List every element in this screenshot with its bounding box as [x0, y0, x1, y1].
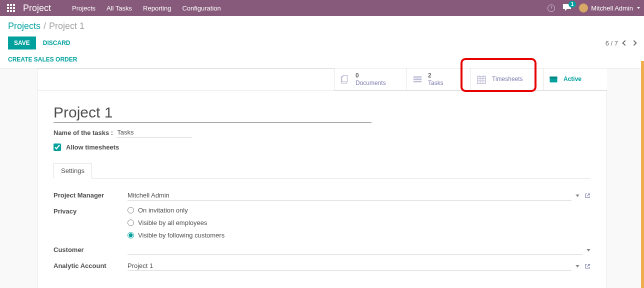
analytic-input[interactable]: [128, 261, 572, 271]
external-link-icon[interactable]: [584, 263, 590, 270]
tasks-count: 2: [428, 72, 444, 79]
dropdown-caret-icon[interactable]: [586, 249, 590, 252]
privacy-opt-customers[interactable]: Visible by following customers: [128, 232, 224, 239]
stat-active[interactable]: Active: [543, 68, 607, 90]
apps-icon[interactable]: [7, 4, 15, 12]
svg-rect-2: [414, 80, 422, 82]
analytic-label: Analytic Account: [54, 261, 128, 270]
discard-button[interactable]: DISCARD: [41, 36, 72, 50]
breadcrumb-parent[interactable]: Projects: [8, 21, 40, 32]
cp-bottom: CREATE SALES ORDER: [8, 50, 636, 68]
customer-label: Customer: [54, 245, 128, 254]
pager-prev-icon[interactable]: [622, 40, 628, 46]
chat-icon[interactable]: 1: [563, 4, 571, 12]
nav-reporting[interactable]: Reporting: [143, 4, 171, 12]
stat-timesheets[interactable]: Timesheets: [470, 68, 543, 90]
tabs: Settings: [54, 163, 590, 178]
allow-timesheets-row: Allow timesheets: [54, 144, 590, 151]
task-name-label: Name of the tasks :: [54, 129, 113, 136]
stat-documents[interactable]: 0 Documents: [334, 68, 406, 90]
pm-input[interactable]: [128, 190, 572, 200]
user-name: Mitchell Admin: [591, 4, 633, 12]
svg-rect-11: [550, 76, 558, 78]
edit-indicator-strip: [641, 61, 644, 288]
svg-rect-3: [478, 76, 486, 84]
clock-icon[interactable]: [548, 4, 555, 12]
docs-label: Documents: [356, 80, 386, 86]
svg-rect-1: [414, 78, 422, 80]
create-sales-order-button[interactable]: CREATE SALES ORDER: [8, 56, 77, 63]
task-name-row: Name of the tasks :: [54, 128, 590, 138]
active-label: Active: [564, 76, 582, 82]
nav-all-tasks[interactable]: All Tasks: [106, 4, 132, 12]
privacy-label: Privacy: [54, 206, 128, 215]
tab-settings[interactable]: Settings: [54, 163, 92, 178]
pager-next-icon[interactable]: [631, 40, 636, 46]
privacy-row: Privacy On invitation only Visible by al…: [54, 204, 590, 242]
customer-row: Customer: [54, 242, 590, 258]
cp-actions: SAVE DISCARD 6 / 7: [8, 36, 636, 50]
user-menu[interactable]: Mitchell Admin: [579, 4, 640, 12]
timesheets-label: Timesheets: [492, 76, 523, 82]
breadcrumb-sep: /: [44, 21, 46, 32]
privacy-opt-invitation[interactable]: On invitation only: [128, 206, 224, 214]
pager: 6 / 7: [606, 40, 636, 47]
tasks-label: Tasks: [428, 80, 444, 86]
external-link-icon[interactable]: [584, 192, 590, 199]
dropdown-caret-icon[interactable]: [576, 194, 580, 197]
app-brand[interactable]: Project: [23, 3, 51, 14]
stat-tasks[interactable]: 2 Tasks: [406, 68, 470, 90]
allow-timesheets-checkbox[interactable]: [54, 144, 61, 151]
analytic-row: Analytic Account: [54, 258, 590, 274]
svg-rect-0: [414, 76, 422, 78]
save-button[interactable]: SAVE: [8, 36, 36, 50]
settings-form: Project Manager Privacy On invitation o: [54, 188, 590, 274]
customer-input[interactable]: [128, 245, 582, 255]
task-name-input[interactable]: [117, 128, 192, 138]
pm-label: Project Manager: [54, 190, 128, 199]
sheet-bg: 0 Documents 2 Tasks Timesheets: [0, 68, 644, 288]
breadcrumb: Projects / Project 1: [8, 21, 636, 32]
nav-projects[interactable]: Projects: [72, 4, 96, 12]
allow-timesheets-label: Allow timesheets: [66, 144, 119, 151]
nav-configuration[interactable]: Configuration: [182, 4, 220, 12]
chat-badge: 1: [568, 1, 576, 8]
breadcrumb-current: Project 1: [49, 21, 84, 32]
caret-down-icon: [637, 7, 640, 9]
control-panel: Projects / Project 1 SAVE DISCARD 6 / 7 …: [0, 16, 644, 68]
docs-count: 0: [356, 72, 386, 79]
form-sheet: 0 Documents 2 Tasks Timesheets: [37, 68, 607, 288]
top-navbar: Project Projects All Tasks Reporting Con…: [0, 0, 644, 16]
privacy-radio-group: On invitation only Visible by all employ…: [128, 206, 224, 239]
stat-button-box: 0 Documents 2 Tasks Timesheets: [37, 68, 607, 91]
privacy-opt-employees[interactable]: Visible by all employees: [128, 219, 224, 226]
sheet-body: Name of the tasks : Allow timesheets Set…: [38, 91, 606, 286]
pm-row: Project Manager: [54, 188, 590, 204]
project-name-input[interactable]: [54, 103, 372, 122]
avatar: [579, 4, 588, 12]
dropdown-caret-icon[interactable]: [576, 265, 580, 268]
pager-text: 6 / 7: [606, 40, 618, 47]
nav-right: 1 Mitchell Admin: [548, 4, 640, 12]
nav-menu: Projects All Tasks Reporting Configurati…: [72, 4, 221, 12]
